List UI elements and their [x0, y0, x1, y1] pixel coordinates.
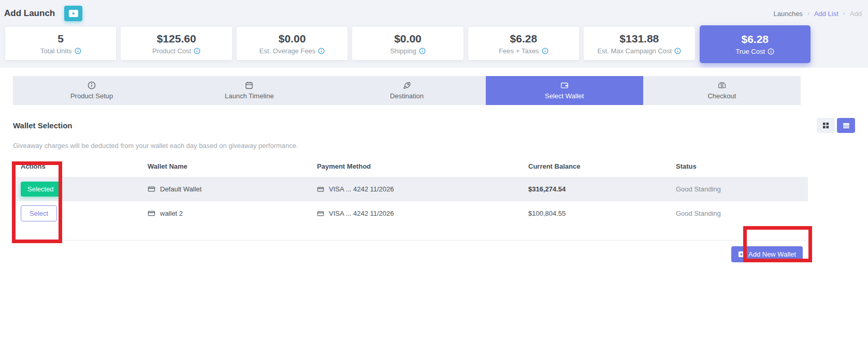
wallet-table-row: Selected Default Wallet VISA ... 4242 11…: [13, 177, 808, 201]
tab-checkout[interactable]: Checkout: [643, 76, 801, 105]
stat-card-product-cost: $125.60 Product Cost: [121, 27, 232, 60]
wallet-table-row: Select wallet 2 VISA ... 4242 11/2026 $1…: [13, 201, 808, 226]
stat-value: $0.00: [237, 31, 348, 46]
page-header: Add Launch Launches › Add List › Add: [0, 0, 868, 22]
tab-launch-timeline[interactable]: Launch Timeline: [170, 76, 328, 105]
stat-label: Fees + Taxes: [499, 47, 539, 55]
credit-card-icon: [317, 186, 324, 193]
add-new-wallet-button[interactable]: Add New Wallet: [731, 246, 803, 262]
actions-cell: Selected: [13, 182, 140, 197]
add-new-wallet-label: Add New Wallet: [748, 250, 796, 258]
wallet-table-header: Actions Wallet Name Payment Method Curre…: [13, 156, 808, 177]
wallet-name: wallet 2: [160, 210, 183, 217]
info-icon[interactable]: [75, 48, 81, 54]
credit-card-icon: [148, 210, 155, 217]
current-balance: $316,274.54: [520, 185, 668, 193]
calendar-icon: [245, 81, 253, 90]
wallet-name: Default Wallet: [160, 185, 201, 193]
breadcrumb-separator: ›: [843, 10, 845, 17]
stat-card-fees-taxes: $6.28 Fees + Taxes: [468, 27, 579, 60]
stat-label: Product Cost: [152, 47, 191, 55]
tab-product-setup[interactable]: Product Setup: [13, 76, 170, 105]
stat-card-overage-fees: $0.00 Est. Overage Fees: [237, 27, 348, 60]
section-title: Wallet Selection: [13, 121, 72, 130]
select-button[interactable]: Select: [21, 205, 57, 221]
stat-value: $6.28: [700, 32, 811, 47]
stat-card-total-units: 5 Total Units: [5, 27, 116, 60]
tab-destination[interactable]: Destination: [328, 76, 485, 105]
current-balance: $100,804.55: [520, 210, 668, 217]
info-icon[interactable]: [194, 48, 200, 54]
add-wallet-row: Add New Wallet: [0, 246, 803, 262]
rocket-icon: [403, 81, 411, 90]
stat-value: 5: [5, 31, 116, 46]
payment-method-cell: VISA ... 4242 11/2026: [309, 210, 520, 217]
payment-method: VISA ... 4242 11/2026: [329, 185, 394, 193]
checkout-icon: [718, 81, 726, 90]
actions-cell: Select: [13, 205, 140, 221]
status: Good Standing: [668, 210, 808, 217]
breadcrumb-launches[interactable]: Launches: [773, 10, 802, 18]
wallet-name-cell: wallet 2: [140, 210, 309, 217]
info-icon[interactable]: [674, 48, 681, 54]
header-current-balance: Current Balance: [520, 156, 668, 177]
tab-label: Product Setup: [70, 92, 113, 100]
page-title: Add Launch: [4, 8, 55, 19]
stat-label: Total Units: [40, 47, 72, 55]
wallet-table: Actions Wallet Name Payment Method Curre…: [13, 156, 808, 241]
grid-view-button[interactable]: [817, 118, 835, 133]
add-launch-page: Add Launch Launches › Add List › Add 5 T…: [0, 0, 868, 358]
table-bottom-divider: [13, 226, 808, 241]
stat-value: $0.00: [352, 31, 463, 46]
tab-label: Select Wallet: [545, 92, 584, 100]
selected-button[interactable]: Selected: [21, 182, 61, 197]
breadcrumb-add-list[interactable]: Add List: [814, 10, 838, 18]
video-icon: [69, 10, 78, 17]
breadcrumb: Launches › Add List › Add: [773, 10, 864, 18]
header-actions: Actions: [13, 156, 140, 177]
info-icon[interactable]: [419, 48, 426, 54]
header-status: Status: [668, 156, 808, 177]
info-icon[interactable]: [768, 48, 774, 55]
wizard-tabs: Product Setup Launch Timeline Destinatio…: [13, 76, 801, 105]
stat-label: True Cost: [735, 48, 765, 55]
stat-card-max-campaign-cost: $131.88 Est. Max Campaign Cost: [584, 27, 695, 60]
title-wrap: Add Launch: [4, 6, 82, 21]
stat-label: Est. Overage Fees: [259, 47, 315, 55]
tab-label: Destination: [390, 92, 424, 100]
credit-card-icon: [317, 210, 324, 217]
info-icon[interactable]: [318, 48, 325, 54]
stat-value: $131.88: [584, 31, 695, 46]
stat-card-shipping: $0.00 Shipping: [352, 27, 463, 60]
payment-method: VISA ... 4242 11/2026: [329, 210, 394, 217]
stat-value: $6.28: [468, 31, 579, 46]
header-wallet-name: Wallet Name: [140, 156, 309, 177]
info-icon[interactable]: [542, 48, 548, 54]
breadcrumb-separator: ›: [807, 10, 809, 17]
plus-square-icon: [738, 251, 745, 258]
stat-card-true-cost: $6.28 True Cost: [700, 25, 811, 63]
tab-label: Launch Timeline: [225, 92, 274, 100]
list-view-icon: [843, 122, 850, 129]
list-view-button[interactable]: [837, 118, 855, 133]
grid-view-icon: [822, 122, 829, 129]
credit-card-icon: [148, 185, 155, 193]
main-panel: Product Setup Launch Timeline Destinatio…: [0, 68, 868, 358]
header-payment-method: Payment Method: [309, 156, 520, 177]
payment-method-cell: VISA ... 4242 11/2026: [309, 185, 520, 193]
breadcrumb-add: Add: [850, 10, 862, 18]
stats-row: 5 Total Units $125.60 Product Cost $0.00…: [5, 27, 811, 60]
video-tutorial-button[interactable]: [64, 6, 82, 21]
stat-label: Shipping: [390, 47, 416, 55]
tab-label: Checkout: [707, 92, 736, 100]
stat-value: $125.60: [121, 31, 232, 46]
stat-label: Est. Max Campaign Cost: [597, 47, 672, 55]
wallet-section-description: Giveaway charges will be deducted from y…: [13, 142, 855, 150]
wallet-icon: [560, 81, 569, 90]
view-toggles: [817, 118, 855, 133]
wallet-name-cell: Default Wallet: [140, 185, 309, 193]
wallet-section-head: Wallet Selection: [13, 118, 855, 133]
info-icon: [88, 81, 96, 90]
tab-select-wallet[interactable]: Select Wallet: [486, 76, 643, 105]
status: Good Standing: [668, 185, 808, 193]
